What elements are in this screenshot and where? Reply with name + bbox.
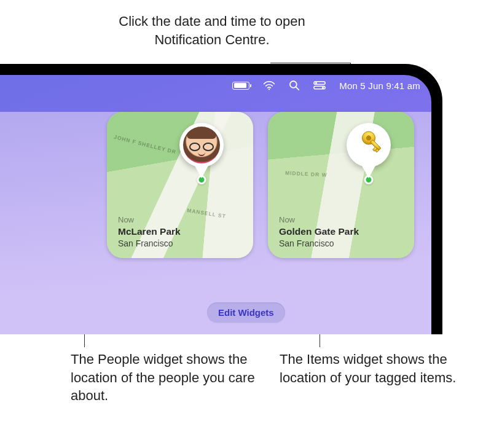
notification-centre: JOHN F SHELLEY DR MANSELL ST Now McLaren… [0, 112, 431, 334]
control-centre-icon[interactable] [313, 81, 326, 90]
key-icon [353, 129, 385, 161]
widget-info: Now McLaren Park San Francisco [118, 215, 181, 248]
callout-items-widget: The Items widget shows the location of y… [280, 350, 464, 387]
callout-people-widget: The People widget shows the location of … [71, 350, 255, 405]
location-pin-person [179, 123, 224, 167]
svg-line-2 [296, 87, 299, 90]
svg-point-4 [315, 82, 317, 84]
widget-place: Golden Gate Park [279, 226, 359, 237]
wifi-icon[interactable] [263, 80, 275, 91]
pin-dot-icon [364, 175, 374, 184]
location-pin-item [347, 123, 391, 167]
menubar: Mon 5 Jun 9:41 am [0, 75, 431, 96]
svg-point-0 [269, 88, 270, 90]
menubar-datetime[interactable]: Mon 5 Jun 9:41 am [339, 81, 420, 91]
leader-line [270, 63, 350, 63]
widget-timestamp: Now [279, 215, 359, 224]
widget-info: Now Golden Gate Park San Francisco [279, 215, 359, 248]
widget-city: San Francisco [118, 238, 181, 248]
svg-point-6 [322, 87, 324, 88]
widget-place: McLaren Park [118, 226, 181, 237]
widget-timestamp: Now [118, 215, 181, 224]
pin-dot-icon [197, 175, 206, 184]
spotlight-search-icon[interactable] [289, 80, 300, 91]
find-my-items-widget[interactable]: MIDDLE DR W [268, 112, 414, 258]
screen: Mon 5 Jun 9:41 am JOHN F SHELLEY DR MANS… [0, 75, 431, 334]
find-my-people-widget[interactable]: JOHN F SHELLEY DR MANSELL ST Now McLaren… [107, 112, 253, 258]
avatar-icon [183, 127, 220, 163]
edit-widgets-button[interactable]: Edit Widgets [207, 302, 285, 323]
callout-datetime: Click the date and time to open Notifica… [108, 12, 316, 49]
widget-city: San Francisco [279, 238, 359, 248]
device-frame: Mon 5 Jun 9:41 am JOHN F SHELLEY DR MANS… [0, 64, 442, 334]
battery-icon[interactable] [232, 82, 249, 90]
